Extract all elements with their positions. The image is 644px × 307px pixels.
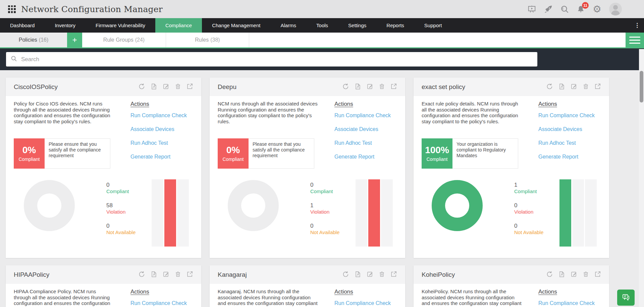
compliant-count: 0 — [310, 181, 347, 188]
run-compliance-check-link[interactable]: Run Compliance Check — [334, 300, 391, 307]
violation-count: 58 — [106, 202, 143, 209]
kebab-icon: ⋮ — [634, 22, 640, 29]
export-pdf-button[interactable] — [355, 271, 361, 279]
history-button[interactable] — [138, 271, 145, 279]
export-pdf-button[interactable] — [558, 271, 565, 279]
open-policy-button[interactable] — [186, 271, 193, 278]
edit-policy-button[interactable] — [367, 271, 373, 278]
tab-rule-groups[interactable]: Rule Groups (24) — [82, 33, 166, 47]
generate-report-link[interactable]: Generate Report — [334, 154, 391, 160]
policy-toolbar — [546, 271, 601, 279]
delete-policy-button[interactable] — [379, 83, 385, 91]
edit-policy-button[interactable] — [163, 83, 169, 91]
nav-item[interactable]: Tools — [306, 18, 338, 33]
violation-label: Violation — [310, 209, 347, 215]
edit-pencil-icon — [571, 83, 577, 91]
scrollbar[interactable] — [639, 49, 644, 307]
run-adhoc-test-link[interactable]: Run Adhoc Test — [538, 140, 595, 146]
demo-presentation-button[interactable] — [527, 5, 536, 13]
search-band — [0, 48, 644, 70]
nav-item[interactable]: Reports — [376, 18, 414, 33]
policy-card-header: Deepu — [210, 78, 405, 96]
delete-policy-button[interactable] — [583, 271, 589, 278]
user-avatar[interactable] — [609, 3, 622, 15]
violation-count: 1 — [310, 202, 347, 209]
more-menu-button[interactable]: ⋮ — [630, 18, 644, 33]
policy-card-header: exact set policy — [414, 78, 609, 96]
edit-policy-button[interactable] — [571, 271, 577, 278]
run-compliance-check-link[interactable]: Run Compliance Check — [538, 300, 595, 307]
notification-count-badge: 11 — [582, 2, 589, 9]
run-adhoc-test-link[interactable]: Run Adhoc Test — [334, 140, 391, 146]
compliant-bar — [152, 179, 163, 247]
scrollbar-thumb[interactable] — [640, 71, 643, 102]
export-pdf-button[interactable] — [151, 271, 157, 279]
compliance-message: Please ensure that you satisfy all the c… — [45, 138, 110, 169]
settings-button[interactable]: ⚙ — [593, 4, 601, 14]
nav-item[interactable]: Alarms — [270, 18, 306, 33]
generate-report-link[interactable]: Generate Report — [130, 154, 187, 160]
edit-policy-button[interactable] — [163, 271, 169, 278]
run-compliance-check-link[interactable]: Run Compliance Check — [334, 112, 391, 119]
generate-report-link[interactable]: Generate Report — [538, 154, 595, 160]
export-pdf-button[interactable] — [558, 83, 565, 91]
run-adhoc-test-link[interactable]: Run Adhoc Test — [130, 140, 187, 146]
edit-policy-button[interactable] — [571, 83, 577, 91]
delete-policy-button[interactable] — [583, 83, 589, 91]
run-compliance-check-link[interactable]: Run Compliance Check — [130, 300, 187, 307]
global-search-button[interactable] — [560, 5, 569, 13]
pdf-file-icon — [355, 83, 361, 91]
notifications-button[interactable]: 11 — [577, 5, 585, 13]
export-pdf-button[interactable] — [355, 83, 361, 91]
delete-policy-button[interactable] — [175, 83, 181, 91]
nav-item[interactable]: Settings — [338, 18, 376, 33]
delete-policy-button[interactable] — [175, 271, 181, 278]
app-grid-icon[interactable] — [8, 5, 16, 13]
history-icon — [138, 271, 145, 279]
associate-devices-link[interactable]: Associate Devices — [130, 126, 187, 133]
tab-count: (24) — [135, 37, 145, 43]
actions-panel: Actions Run Compliance Check Associate D… — [130, 101, 187, 169]
nav-item[interactable]: Change Management — [202, 18, 270, 33]
history-button[interactable] — [546, 271, 553, 279]
policy-card-body: Policy for Cisco IOS devices. NCM runs t… — [6, 96, 201, 258]
nav-item[interactable]: Compliance — [155, 18, 202, 33]
violation-label: Violation — [106, 209, 143, 215]
delete-policy-button[interactable] — [379, 271, 385, 278]
run-compliance-check-link[interactable]: Run Compliance Check — [130, 112, 187, 119]
open-policy-button[interactable] — [594, 271, 601, 278]
export-pdf-button[interactable] — [151, 83, 157, 91]
nav-item[interactable]: Inventory — [45, 18, 86, 33]
history-button[interactable] — [342, 271, 349, 279]
open-policy-button[interactable] — [390, 83, 397, 91]
policy-title: KoheiPolicy — [422, 271, 455, 278]
compliance-message: Your organization is compliant to Regula… — [452, 138, 518, 169]
run-compliance-check-link[interactable]: Run Compliance Check — [538, 112, 595, 119]
compliance-stats: 0 Compliant 1 Violation 0 Not Available — [310, 179, 347, 243]
nav-item[interactable]: Support — [414, 18, 452, 33]
policy-card-body: Kanagaraj. NCM runs through all the asso… — [210, 284, 405, 307]
list-menu-button[interactable] — [626, 33, 644, 47]
tab-rules[interactable]: Rules (38) — [166, 33, 249, 47]
nav-item[interactable]: Firmware Vulnerability — [86, 18, 155, 33]
open-policy-button[interactable] — [390, 271, 397, 278]
search-input[interactable] — [21, 56, 533, 63]
external-link-icon — [186, 83, 193, 91]
tab-policies[interactable]: Policies (16) — [0, 33, 67, 47]
nav-item[interactable]: Dashboard — [0, 18, 45, 33]
policy-cards-grid: CiscoIOSPolicy — [6, 78, 609, 307]
history-button[interactable] — [546, 83, 553, 91]
history-button[interactable] — [342, 83, 349, 91]
history-icon — [342, 83, 349, 91]
history-button[interactable] — [138, 83, 145, 91]
associate-devices-link[interactable]: Associate Devices — [538, 126, 595, 133]
open-policy-button[interactable] — [186, 83, 193, 91]
add-policy-button[interactable]: + — [67, 33, 82, 47]
history-icon — [138, 83, 145, 91]
associate-devices-link[interactable]: Associate Devices — [334, 126, 391, 133]
open-policy-button[interactable] — [594, 83, 601, 91]
edit-policy-button[interactable] — [367, 83, 373, 91]
getting-started-button[interactable] — [544, 5, 553, 13]
compliant-count: 1 — [514, 181, 551, 188]
chat-support-button[interactable] — [617, 290, 635, 306]
